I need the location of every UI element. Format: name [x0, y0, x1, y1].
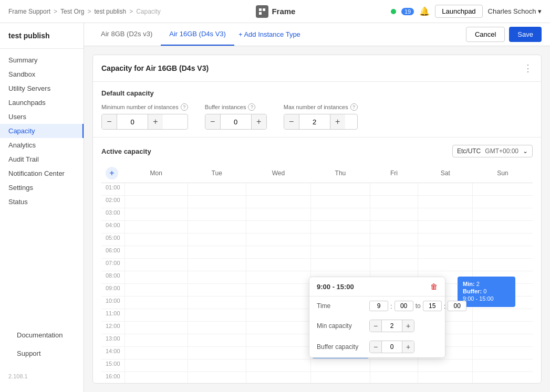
grid-cell-row5-day6[interactable]: [473, 246, 533, 259]
grid-cell-row15-day1[interactable]: [188, 372, 246, 384]
grid-cell-row4-day5[interactable]: [418, 234, 473, 246]
grid-cell-row0-day3[interactable]: [311, 183, 370, 196]
save-button[interactable]: Save: [509, 27, 542, 42]
grid-cell-row11-day6[interactable]: [473, 322, 533, 334]
add-slot-button[interactable]: +: [106, 167, 118, 179]
popup-delete-button[interactable]: 🗑: [430, 282, 438, 291]
max-instances-decrement[interactable]: −: [284, 114, 299, 129]
card-menu-button[interactable]: ⋮: [523, 62, 533, 74]
grid-cell-row5-day5[interactable]: [418, 246, 473, 259]
sidebar-item-notification-center[interactable]: Notification Center: [0, 166, 84, 181]
grid-cell-row2-day5[interactable]: [418, 208, 473, 221]
min-capacity-decrement[interactable]: −: [370, 320, 381, 332]
grid-cell-row15-day6[interactable]: [473, 372, 533, 384]
grid-cell-row15-day4[interactable]: [370, 372, 418, 384]
grid-cell-row3-day3[interactable]: [311, 221, 370, 234]
grid-cell-row2-day1[interactable]: [188, 208, 246, 221]
buffer-help-icon[interactable]: ?: [248, 103, 255, 111]
grid-cell-row14-day2[interactable]: [246, 359, 311, 372]
buffer-capacity-decrement[interactable]: −: [370, 341, 381, 353]
grid-cell-row3-day2[interactable]: [246, 221, 311, 234]
grid-cell-row8-day1[interactable]: [188, 284, 246, 296]
timezone-select[interactable]: Etc/UTC GMT+00:00 ⌄: [452, 145, 533, 157]
grid-cell-row3-day6[interactable]: [473, 221, 533, 234]
max-instances-increment[interactable]: +: [330, 114, 345, 129]
grid-cell-row15-day5[interactable]: [418, 372, 473, 384]
sidebar-item-analytics[interactable]: Analytics: [0, 138, 84, 152]
cancel-button[interactable]: Cancel: [466, 27, 505, 42]
grid-cell-row1-day5[interactable]: [418, 196, 473, 208]
grid-cell-row2-day6[interactable]: [473, 208, 533, 221]
min-help-icon[interactable]: ?: [181, 103, 188, 111]
grid-cell-row7-day0[interactable]: [124, 271, 188, 284]
breadcrumb-part1[interactable]: Frame Support: [8, 8, 50, 15]
grid-cell-row15-day0[interactable]: [124, 372, 188, 384]
time-end-hour[interactable]: [423, 301, 442, 311]
grid-cell-row11-day0[interactable]: [124, 322, 188, 334]
grid-cell-row4-day4[interactable]: [370, 234, 418, 246]
grid-cell-row12-day0[interactable]: [124, 334, 188, 347]
grid-cell-row4-day6[interactable]: [473, 234, 533, 246]
sidebar-item-sandbox[interactable]: Sandbox: [0, 67, 84, 81]
min-capacity-input[interactable]: [381, 320, 402, 332]
grid-cell-row15-day2[interactable]: [246, 372, 311, 384]
buffer-capacity-input[interactable]: [381, 341, 402, 353]
time-start-min[interactable]: [395, 301, 413, 311]
grid-cell-row1-day4[interactable]: [370, 196, 418, 208]
grid-cell-row6-day2[interactable]: [246, 259, 311, 271]
grid-cell-row7-day2[interactable]: [246, 271, 311, 284]
grid-cell-row2-day3[interactable]: [311, 208, 370, 221]
min-instances-input[interactable]: [117, 114, 148, 129]
time-start-hour[interactable]: [369, 301, 388, 311]
notification-badge[interactable]: 19: [401, 8, 414, 15]
sidebar-item-summary[interactable]: Summary: [0, 53, 84, 67]
grid-cell-row3-day5[interactable]: [418, 221, 473, 234]
time-end-min[interactable]: [448, 301, 466, 311]
grid-cell-row3-day0[interactable]: [124, 221, 188, 234]
grid-cell-row11-day2[interactable]: [246, 322, 311, 334]
grid-cell-row5-day3[interactable]: [311, 246, 370, 259]
grid-cell-row5-day2[interactable]: [246, 246, 311, 259]
grid-cell-row14-day6[interactable]: [473, 359, 533, 372]
breadcrumb-part2[interactable]: Test Org: [60, 8, 84, 15]
grid-cell-row0-day1[interactable]: [188, 183, 246, 196]
sidebar-item-status[interactable]: Status: [0, 195, 84, 209]
grid-cell-row13-day1[interactable]: [188, 347, 246, 359]
grid-cell-row4-day2[interactable]: [246, 234, 311, 246]
grid-cell-row10-day0[interactable]: [124, 309, 188, 322]
grid-cell-row3-day4[interactable]: [370, 221, 418, 234]
grid-cell-row2-day2[interactable]: [246, 208, 311, 221]
grid-cell-row14-day1[interactable]: [188, 359, 246, 372]
launchpad-button[interactable]: Launchpad: [435, 5, 482, 18]
min-instances-decrement[interactable]: −: [102, 114, 117, 129]
tab-air-8gb[interactable]: Air 8GB (D2s v3): [92, 23, 161, 46]
grid-cell-row12-day1[interactable]: [188, 334, 246, 347]
grid-cell-row10-day2[interactable]: [246, 309, 311, 322]
breadcrumb-part3[interactable]: test publish: [94, 8, 126, 15]
sidebar-item-launchpads[interactable]: Launchpads: [0, 96, 84, 110]
sidebar-item-audit-trail[interactable]: Audit Trail: [0, 152, 84, 166]
buffer-instances-increment[interactable]: +: [252, 114, 266, 129]
grid-cell-row9-day0[interactable]: [124, 296, 188, 309]
grid-cell-row6-day0[interactable]: [124, 259, 188, 271]
grid-cell-row6-day1[interactable]: [188, 259, 246, 271]
sidebar-item-utility-servers[interactable]: Utility Servers: [0, 81, 84, 96]
grid-cell-row14-day4[interactable]: [370, 359, 418, 372]
add-instance-type-button[interactable]: + Add Instance Type: [238, 30, 300, 38]
grid-cell-row12-day6[interactable]: [473, 334, 533, 347]
grid-cell-row7-day1[interactable]: [188, 271, 246, 284]
min-capacity-increment[interactable]: +: [402, 320, 414, 332]
grid-cell-row3-day1[interactable]: [188, 221, 246, 234]
grid-cell-row6-day4[interactable]: [370, 259, 418, 271]
user-name[interactable]: Charles Schoch ▾: [488, 7, 542, 15]
grid-cell-row10-day6[interactable]: [473, 309, 533, 322]
grid-cell-row4-day3[interactable]: [311, 234, 370, 246]
min-instances-increment[interactable]: +: [148, 114, 163, 129]
max-instances-input[interactable]: [299, 114, 330, 129]
grid-cell-row4-day0[interactable]: [124, 234, 188, 246]
grid-cell-row6-day6[interactable]: [473, 259, 533, 271]
grid-cell-row2-day0[interactable]: [124, 208, 188, 221]
grid-cell-row2-day4[interactable]: [370, 208, 418, 221]
grid-cell-row5-day1[interactable]: [188, 246, 246, 259]
grid-cell-row1-day3[interactable]: [311, 196, 370, 208]
